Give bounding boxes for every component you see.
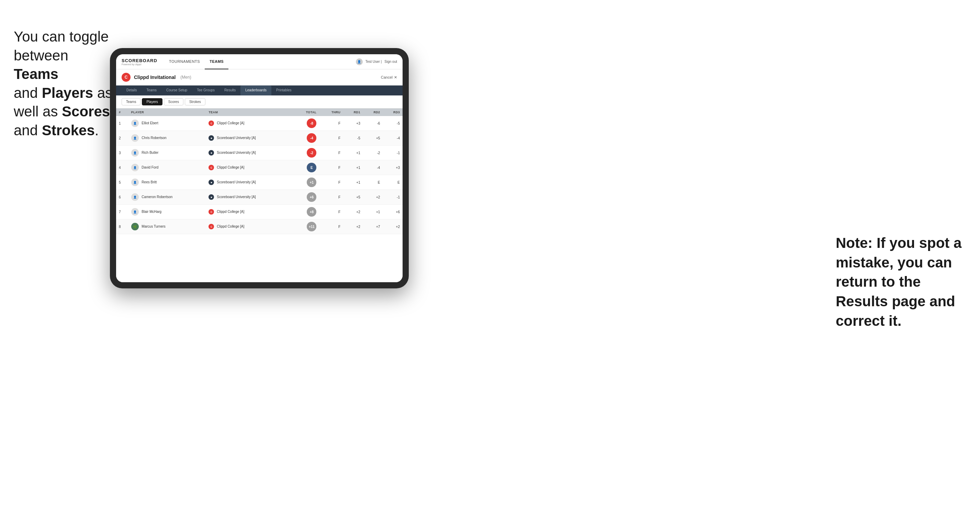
player-avatar: 👤	[131, 149, 139, 157]
left-annotation: You can toggle between Teams and Players…	[14, 27, 113, 140]
players-table: # PLAYER TEAM TOTAL THRU RD1 RD2 RD3 1 👤…	[116, 108, 402, 234]
team-logo-sm: ■	[208, 135, 214, 141]
cell-rd1: +3	[343, 116, 363, 131]
cell-thru: F	[319, 116, 343, 131]
team-logo-sm: ■	[208, 194, 214, 200]
tab-results[interactable]: Results	[220, 86, 240, 95]
cell-total: -4	[293, 131, 319, 146]
cell-player: 👤 David Ford	[129, 160, 206, 175]
logo-text: SCOREBOARD	[122, 58, 158, 63]
cell-player: 👤 Cameron Robertson	[129, 190, 206, 205]
cancel-icon: ✕	[394, 75, 397, 79]
cell-rank: 3	[116, 146, 129, 160]
cell-thru: F	[319, 175, 343, 190]
cell-rd3: -4	[383, 131, 402, 146]
cell-thru: F	[319, 205, 343, 219]
tab-leaderboards[interactable]: Leaderboards	[240, 86, 271, 95]
players-bold: Players	[42, 85, 93, 101]
annotation-line1: You can toggle	[14, 29, 108, 44]
cell-rd3: +3	[383, 160, 402, 175]
sub-tab-scores[interactable]: Scores	[164, 98, 183, 105]
score-badge: -8	[307, 119, 317, 128]
cell-rd1: +5	[343, 190, 363, 205]
cell-player: 👤 Blair McHarg	[129, 205, 206, 219]
score-badge: -4	[307, 133, 317, 143]
team-logo-sm: C	[208, 209, 214, 214]
tablet-screen: SCOREBOARD Powered by clippd TOURNAMENTS…	[116, 54, 402, 282]
col-team: TEAM	[206, 108, 293, 116]
col-rd1: RD1	[343, 108, 363, 116]
cancel-label: Cancel	[381, 75, 393, 79]
tournament-logo: C	[122, 73, 130, 82]
cell-rank: 2	[116, 131, 129, 146]
cell-thru: F	[319, 131, 343, 146]
cell-rd3: +6	[383, 205, 402, 219]
nav-teams[interactable]: TEAMS	[205, 54, 228, 69]
tournament-header: C Clippd Invitational (Men) Cancel ✕	[116, 69, 402, 86]
cell-rd2: +1	[363, 205, 383, 219]
sub-tab-teams[interactable]: Teams	[122, 98, 140, 105]
user-avatar: 👤	[356, 58, 363, 65]
cell-rd1: +1	[343, 146, 363, 160]
tournament-name: Clippd Invitational	[134, 75, 175, 80]
cell-rd2: +7	[363, 219, 383, 234]
tab-teams[interactable]: Teams	[142, 86, 161, 95]
player-avatar: 👤	[131, 164, 139, 171]
tab-course-setup[interactable]: Course Setup	[161, 86, 192, 95]
cell-rank: 1	[116, 116, 129, 131]
team-logo-sm: ■	[208, 179, 214, 185]
sign-out-link[interactable]: Sign out	[384, 60, 397, 63]
scores-bold: Scores	[62, 103, 110, 119]
player-avatar: 👤	[131, 208, 139, 216]
tab-printables[interactable]: Printables	[271, 86, 296, 95]
cell-rd2: -4	[363, 160, 383, 175]
cell-team: C Clippd College [A]	[206, 116, 293, 131]
cell-rd2: -2	[363, 146, 383, 160]
note-label: Note: If you spot a mistake, you can ret…	[836, 235, 961, 329]
table-row: 5 👤 Rees Britt ■ Scoreboard University […	[116, 175, 402, 190]
col-rd2: RD2	[363, 108, 383, 116]
cell-rd3: E	[383, 175, 402, 190]
nav-links: TOURNAMENTS TEAMS	[164, 54, 356, 69]
cell-thru: F	[319, 160, 343, 175]
cell-total: E	[293, 160, 319, 175]
tab-details[interactable]: Details	[122, 86, 142, 95]
cell-rank: 5	[116, 175, 129, 190]
player-avatar: 👤	[131, 119, 139, 127]
cancel-button[interactable]: Cancel ✕	[381, 75, 397, 79]
table-row: 2 👤 Chris Robertson ■ Scoreboard Univers…	[116, 131, 402, 146]
cell-rd2: E	[363, 175, 383, 190]
nav-tournaments[interactable]: TOURNAMENTS	[164, 54, 205, 69]
col-player: PLAYER	[129, 108, 206, 116]
sub-tab-strokes[interactable]: Strokes	[185, 98, 205, 105]
nav-bar: SCOREBOARD Powered by clippd TOURNAMENTS…	[116, 54, 402, 69]
cell-rd2: +5	[363, 131, 383, 146]
cell-rank: 6	[116, 190, 129, 205]
cell-thru: F	[319, 219, 343, 234]
cell-rd3: -1	[383, 190, 402, 205]
tab-tee-groups[interactable]: Tee Groups	[192, 86, 220, 95]
cell-total: +8	[293, 205, 319, 219]
team-logo-sm: C	[208, 224, 214, 229]
sub-tab-players[interactable]: Players	[142, 98, 162, 105]
player-avatar: 👤	[131, 179, 139, 186]
score-badge: +8	[307, 207, 317, 217]
cell-rd2: -6	[363, 116, 383, 131]
cell-rd2: +2	[363, 190, 383, 205]
right-annotation: Note: If you spot a mistake, you can ret…	[836, 233, 966, 331]
score-badge: +11	[307, 222, 317, 232]
user-name: Test User |	[366, 60, 382, 63]
player-avatar: 👤	[131, 134, 139, 142]
logo-sub: Powered by clippd	[122, 63, 158, 65]
cell-total: -2	[293, 146, 319, 160]
cell-team: ■ Scoreboard University [A]	[206, 131, 293, 146]
col-rank: #	[116, 108, 129, 116]
col-total: TOTAL	[293, 108, 319, 116]
cell-rank: 4	[116, 160, 129, 175]
table-row: 8 🌿 Marcus Turners C Clippd College [A] …	[116, 219, 402, 234]
cell-rank: 8	[116, 219, 129, 234]
cell-player: 🌿 Marcus Turners	[129, 219, 206, 234]
cell-team: ■ Scoreboard University [A]	[206, 146, 293, 160]
tablet-frame: SCOREBOARD Powered by clippd TOURNAMENTS…	[110, 48, 409, 288]
cell-total: +11	[293, 219, 319, 234]
